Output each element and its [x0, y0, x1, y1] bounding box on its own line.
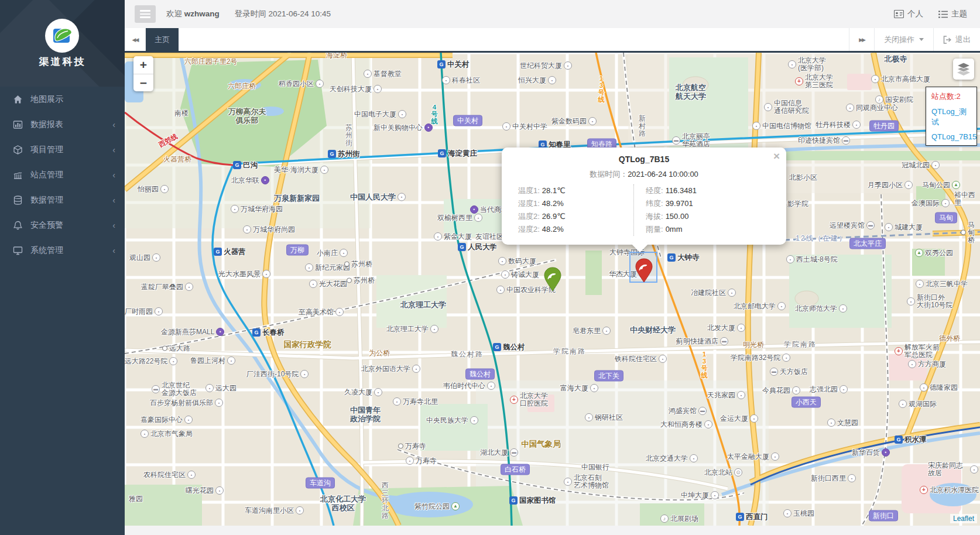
- station-popup: × QTLog_7B15 数据时间：2021-06-24 10:00:00 温度…: [502, 148, 786, 245]
- brand-name: 渠道科技: [0, 55, 125, 68]
- sidebar-item-label: 系统管理: [30, 245, 63, 256]
- tab-home[interactable]: 主页: [146, 28, 179, 51]
- sidebar-item-cube[interactable]: 项目管理‹: [0, 137, 125, 162]
- sidebar: 渠道科技 地图展示数据报表‹项目管理‹站点管理‹数据管理‹安全预警‹系统管理‹: [0, 0, 125, 535]
- sidebar-item-db[interactable]: 数据管理‹: [0, 187, 125, 212]
- personal-label: 个人: [907, 9, 923, 19]
- footer-strip: [125, 526, 980, 535]
- hamburger-menu-button[interactable]: [135, 5, 156, 23]
- personal-button[interactable]: 个人: [894, 9, 923, 19]
- popup-data-time: 数据时间：2021-06-24 10:00:00: [512, 169, 776, 180]
- tabs-scroll-right-button[interactable]: ▶▶: [849, 28, 874, 51]
- cube-icon: [13, 145, 25, 155]
- chart-icon: [13, 120, 25, 129]
- close-operations-label: 关闭操作: [884, 35, 914, 45]
- site-icon: [13, 170, 25, 180]
- theme-list-icon: [938, 11, 948, 18]
- sidebar-menu: 地图展示数据报表‹项目管理‹站点管理‹数据管理‹安全预警‹系统管理‹: [0, 87, 125, 263]
- desktop-icon: [13, 246, 25, 255]
- top-navbar: 欢迎 wzhwang 登录时间 2021-06-24 10:45 个人 主题: [125, 0, 980, 28]
- sidebar-item-label: 数据管理: [30, 195, 63, 205]
- chevron-left-icon: ‹: [112, 120, 115, 129]
- tab-bar: ◀◀ 主页 ▶▶ 关闭操作 退出: [125, 28, 980, 53]
- chevron-left-icon: ‹: [112, 246, 115, 255]
- sidebar-item-label: 数据报表: [30, 119, 63, 130]
- db-icon: [13, 196, 25, 205]
- sidebar-item-desktop[interactable]: 系统管理‹: [0, 238, 125, 263]
- sign-out-icon: [943, 36, 952, 44]
- id-card-icon: [894, 10, 904, 18]
- chevron-left-icon: ‹: [112, 221, 115, 230]
- popup-data-row: 温度1:28.1℃: [518, 184, 633, 197]
- chevron-down-icon: [919, 38, 924, 41]
- popup-data-row: 湿度2:48.2%: [518, 223, 633, 236]
- station-links: QTLog_测试QTLog_7B15: [931, 107, 971, 141]
- station-link[interactable]: QTLog_测试: [931, 107, 971, 128]
- sidebar-item-label: 项目管理: [30, 145, 63, 155]
- close-operations-dropdown[interactable]: 关闭操作: [874, 28, 933, 51]
- popup-data-row: 海拔:150.00: [646, 210, 776, 223]
- company-logo-icon: [45, 19, 79, 53]
- popup-title: QTLog_7B15: [512, 155, 776, 164]
- popup-data-row: 经度:116.3481: [646, 184, 776, 197]
- popup-data-row: 湿度1:48.2%: [518, 197, 633, 210]
- logout-label: 退出: [955, 35, 971, 45]
- popup-data-row: 雨量:0mm: [646, 223, 776, 236]
- tabs-scroll-left-button[interactable]: ◀◀: [125, 28, 146, 51]
- theme-label: 主题: [951, 9, 967, 19]
- layers-icon: [957, 63, 971, 76]
- station-link[interactable]: QTLog_7B15: [931, 132, 971, 141]
- theme-button[interactable]: 主题: [938, 9, 967, 19]
- sidebar-item-label: 地图展示: [30, 94, 63, 105]
- chevron-left-icon: ‹: [112, 145, 115, 155]
- brand-area: 渠道科技: [0, 0, 125, 87]
- sidebar-item-home[interactable]: 地图展示: [0, 87, 125, 112]
- home-icon: [13, 95, 25, 104]
- popup-sensor-values: 温度1:28.1℃湿度1:48.2%温度2:26.9℃湿度2:48.2%: [512, 184, 633, 236]
- popup-close-icon[interactable]: ×: [773, 150, 780, 162]
- sidebar-item-site[interactable]: 站点管理‹: [0, 162, 125, 187]
- chevron-left-icon: ‹: [112, 170, 115, 180]
- sidebar-item-bell[interactable]: 安全预警‹: [0, 212, 125, 238]
- station-marker-selected[interactable]: [635, 258, 653, 285]
- logout-button[interactable]: 退出: [933, 28, 980, 51]
- login-time: 登录时间 2021-06-24 10:45: [235, 9, 331, 19]
- chevron-left-icon: ‹: [112, 196, 115, 205]
- login-time-label: 登录时间: [235, 9, 266, 18]
- bell-icon: [13, 221, 25, 230]
- zoom-control: + −: [133, 56, 153, 91]
- welcome-text: 欢迎 wzhwang: [166, 9, 220, 19]
- welcome-label: 欢迎: [166, 9, 182, 18]
- popup-time-value: 2021-06-24 10:00:00: [628, 170, 698, 179]
- station-count: 站点数:2: [931, 91, 971, 102]
- zoom-out-button[interactable]: −: [133, 74, 153, 91]
- sidebar-item-chart[interactable]: 数据报表‹: [0, 112, 125, 137]
- station-list-panel: 站点数:2 QTLog_测试QTLog_7B15: [926, 87, 977, 146]
- leaflet-attribution[interactable]: Leaflet: [950, 514, 977, 523]
- sidebar-item-label: 站点管理: [30, 170, 63, 180]
- leaflet-map[interactable]: 海淀桥六郎庄园子里2号六郎庄桥火器营桥为公桥明光桥德外桥万柳高尔夫 俱乐部中国人…: [125, 53, 980, 526]
- popup-data-row: 温度2:26.9℃: [518, 210, 633, 223]
- zoom-in-button[interactable]: +: [133, 56, 153, 74]
- login-time-value: 2021-06-24 10:45: [269, 9, 331, 18]
- username: wzhwang: [184, 9, 220, 18]
- layers-control[interactable]: [953, 59, 974, 80]
- popup-data-row: 纬度:39.9701: [646, 197, 776, 210]
- popup-location-values: 经度:116.3481纬度:39.9701海拔:150.00雨量:0mm: [633, 184, 776, 236]
- station-marker[interactable]: [544, 267, 561, 294]
- popup-time-label: 数据时间：: [590, 170, 628, 179]
- sidebar-item-label: 安全预警: [30, 220, 63, 231]
